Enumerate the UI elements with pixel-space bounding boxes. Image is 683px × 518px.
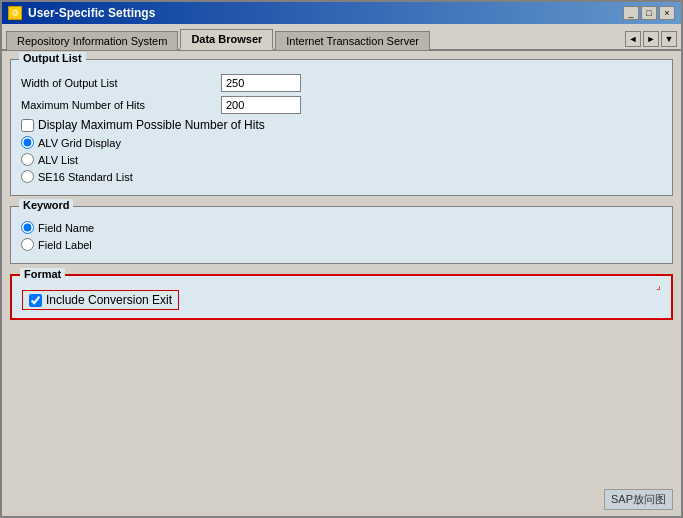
title-bar-left: ⚙ User-Specific Settings: [8, 6, 155, 20]
alv-grid-label: ALV Grid Display: [38, 137, 121, 149]
title-controls: _ □ ×: [623, 6, 675, 20]
keyword-title: Keyword: [19, 199, 73, 211]
field-name-label: Field Name: [38, 222, 94, 234]
field-name-radio[interactable]: [21, 221, 34, 234]
width-label: Width of Output List: [21, 77, 221, 89]
alv-grid-radio[interactable]: [21, 136, 34, 149]
keyword-section: Keyword Field Name Field Label: [10, 206, 673, 264]
output-list-body: Width of Output List Maximum Number of H…: [11, 60, 672, 195]
main-window: ⚙ User-Specific Settings _ □ × Repositor…: [0, 0, 683, 518]
max-hits-input[interactable]: [221, 96, 301, 114]
close-button[interactable]: ×: [659, 6, 675, 20]
display-max-row: Display Maximum Possible Number of Hits: [21, 118, 662, 132]
output-list-title: Output List: [19, 52, 86, 64]
include-conversion-label: Include Conversion Exit: [46, 293, 172, 307]
sap-watermark: SAP放问图: [604, 489, 673, 510]
max-hits-label: Maximum Number of Hits: [21, 99, 221, 111]
field-name-row: Field Name: [21, 221, 662, 234]
title-bar: ⚙ User-Specific Settings _ □ ×: [2, 2, 681, 24]
include-conversion-checkbox[interactable]: [29, 294, 42, 307]
keyword-body: Field Name Field Label: [11, 207, 672, 263]
maximize-button[interactable]: □: [641, 6, 657, 20]
format-body: Include Conversion Exit ⌟: [12, 276, 671, 318]
format-section: Format Include Conversion Exit ⌟: [10, 274, 673, 320]
tab-data-browser[interactable]: Data Browser: [180, 29, 273, 50]
tab-prev-button[interactable]: ◄: [625, 31, 641, 47]
width-input[interactable]: [221, 74, 301, 92]
alv-list-row: ALV List: [21, 153, 662, 166]
window-icon: ⚙: [8, 6, 22, 20]
se16-radio[interactable]: [21, 170, 34, 183]
format-title: Format: [20, 268, 65, 280]
field-label-label: Field Label: [38, 239, 92, 251]
alv-grid-row: ALV Grid Display: [21, 136, 662, 149]
max-hits-row: Maximum Number of Hits: [21, 96, 662, 114]
content-area: Output List Width of Output List Maximum…: [2, 51, 681, 515]
field-label-row: Field Label: [21, 238, 662, 251]
output-list-section: Output List Width of Output List Maximum…: [10, 59, 673, 196]
display-max-label: Display Maximum Possible Number of Hits: [38, 118, 265, 132]
tabs-bar: Repository Information System Data Brows…: [2, 24, 681, 51]
tab-repository[interactable]: Repository Information System: [6, 31, 178, 50]
se16-row: SE16 Standard List: [21, 170, 662, 183]
tab-its[interactable]: Internet Transaction Server: [275, 31, 430, 50]
alv-list-label: ALV List: [38, 154, 78, 166]
tab-next-button[interactable]: ►: [643, 31, 659, 47]
tab-navigation: ◄ ► ▼: [625, 31, 677, 49]
include-conversion-highlight: Include Conversion Exit: [22, 290, 179, 310]
width-row: Width of Output List: [21, 74, 662, 92]
tab-menu-button[interactable]: ▼: [661, 31, 677, 47]
se16-label: SE16 Standard List: [38, 171, 133, 183]
field-label-radio[interactable]: [21, 238, 34, 251]
display-max-checkbox[interactable]: [21, 119, 34, 132]
window-title: User-Specific Settings: [28, 6, 155, 20]
minimize-button[interactable]: _: [623, 6, 639, 20]
alv-list-radio[interactable]: [21, 153, 34, 166]
